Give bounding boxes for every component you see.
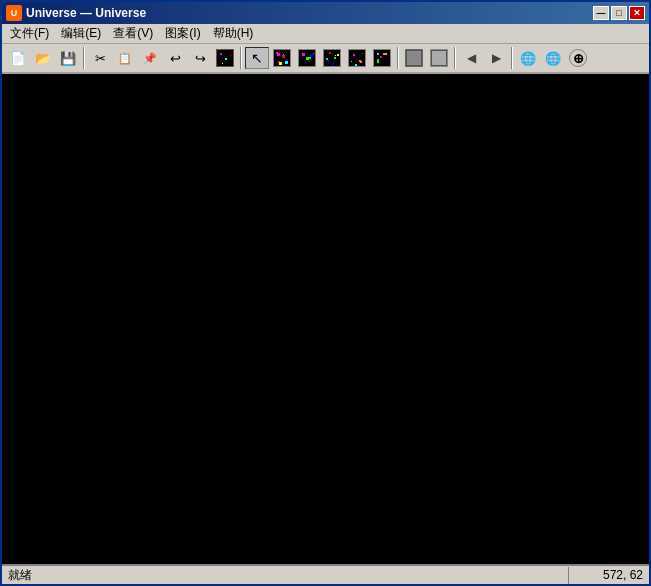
undo-button[interactable] [163,47,187,69]
svg-rect-20 [349,50,366,67]
gray-sq1-icon [405,49,423,67]
menu-edit[interactable]: 编辑(E) [55,23,107,44]
svg-rect-28 [385,53,387,55]
app-icon: U [6,5,22,21]
status-bar: 就绪 572, 62 [2,564,649,584]
pixel3-icon [323,49,341,67]
separator-2 [240,47,242,69]
svg-rect-24 [362,53,363,54]
new-button[interactable] [6,47,30,69]
menu-bar: 文件(F) 编辑(E) 查看(V) 图案(I) 帮助(H) [2,24,649,44]
separator-5 [511,47,513,69]
gray-btn2[interactable] [427,47,451,69]
globe-btn1[interactable]: 🌐 [516,47,540,69]
tool-pixel4-button[interactable] [345,47,369,69]
status-coordinates: 572, 62 [569,568,649,582]
tool-pixel1-button[interactable] [270,47,294,69]
save-button[interactable] [56,47,80,69]
globe1-icon: 🌐 [520,51,536,66]
main-window: U Universe — Universe — □ ✕ 文件(F) 编辑(E) … [0,0,651,586]
svg-rect-14 [313,53,314,54]
window-title: Universe — Universe [26,6,146,20]
nav-right-icon: ▶ [492,51,501,65]
tool-pixel5-button[interactable] [370,47,394,69]
pixel4-icon [348,49,366,67]
separator-4 [454,47,456,69]
status-message: 就绪 [2,567,569,584]
add-icon: ⊕ [569,49,587,67]
globe-btn2[interactable]: 🌐 [541,47,565,69]
svg-rect-3 [230,55,231,56]
title-bar-left: U Universe — Universe [6,5,146,21]
undo-icon [166,49,184,67]
menu-help[interactable]: 帮助(H) [207,23,260,44]
universe-pattern-button[interactable] [213,47,237,69]
tool-pixel3-button[interactable] [320,47,344,69]
svg-rect-19 [332,63,334,65]
menu-pattern[interactable]: 图案(I) [159,23,206,44]
title-bar-buttons: — □ ✕ [593,6,645,20]
separator-1 [83,47,85,69]
menu-view[interactable]: 查看(V) [107,23,159,44]
save-icon [59,49,77,67]
pixel2-icon [298,49,316,67]
gray-sq2-icon [430,49,448,67]
menu-file[interactable]: 文件(F) [4,23,55,44]
toolbar: ↖ [2,44,649,74]
pixel1-icon [273,49,291,67]
svg-rect-6 [276,52,278,54]
open-button[interactable] [31,47,55,69]
svg-rect-17 [326,58,328,60]
tool-pixel2-button[interactable] [295,47,319,69]
svg-rect-11 [302,53,304,55]
nav-left-icon: ◀ [467,51,476,65]
svg-rect-22 [360,61,362,63]
cursor-icon: ↖ [251,50,263,66]
svg-rect-1 [220,53,222,55]
pixel5-icon [373,49,391,67]
paste-icon [141,49,159,67]
app-icon-text: U [11,8,18,18]
maximize-button[interactable]: □ [611,6,627,20]
nav-left-button[interactable]: ◀ [459,47,483,69]
title-bar: U Universe — Universe — □ ✕ [2,2,649,24]
close-button[interactable]: ✕ [629,6,645,20]
svg-rect-27 [377,53,379,55]
paste-button[interactable] [138,47,162,69]
svg-rect-25 [374,50,391,67]
svg-rect-10 [299,50,316,67]
svg-rect-23 [351,61,352,62]
svg-rect-18 [335,55,336,56]
redo-icon [191,49,209,67]
cut-icon [91,49,109,67]
separator-3 [397,47,399,69]
svg-rect-13 [305,62,306,63]
cut-button[interactable] [88,47,112,69]
globe2-icon: 🌐 [545,51,561,66]
svg-rect-9 [286,59,288,61]
svg-rect-12 [309,57,311,59]
svg-rect-26 [380,56,382,58]
redo-button[interactable] [188,47,212,69]
universe-pattern-icon [216,49,234,67]
svg-rect-29 [377,61,379,63]
add-button[interactable]: ⊕ [566,47,590,69]
cursor-tool-button[interactable]: ↖ [245,47,269,69]
svg-rect-4 [222,63,223,64]
nav-right-button[interactable]: ▶ [484,47,508,69]
svg-rect-8 [278,61,280,63]
canvas-area[interactable] [2,74,649,564]
open-icon [34,49,52,67]
gray-btn1[interactable] [402,47,426,69]
svg-rect-21 [353,54,355,56]
new-icon [9,49,27,67]
copy-icon [116,49,134,67]
svg-rect-5 [274,50,291,67]
svg-rect-2 [225,58,227,60]
minimize-button[interactable]: — [593,6,609,20]
copy-button[interactable] [113,47,137,69]
svg-rect-16 [329,52,331,54]
svg-rect-7 [283,54,284,55]
